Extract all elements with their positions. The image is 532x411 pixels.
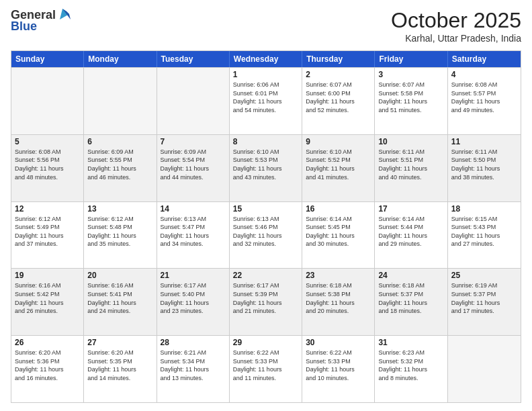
cell-info: Sunrise: 6:14 AMSunset: 5:44 PMDaylight:…	[378, 215, 443, 248]
day-number: 26	[15, 338, 80, 347]
cell-info: Sunrise: 6:16 AMSunset: 5:42 PMDaylight:…	[15, 281, 80, 315]
cell-info: Sunrise: 6:13 AMSunset: 5:47 PMDaylight:…	[161, 215, 226, 248]
page: General Blue October 2025 Karhal, Uttar …	[0, 0, 532, 411]
cell-info: Sunrise: 6:17 AMSunset: 5:39 PMDaylight:…	[233, 281, 298, 315]
header-day-saturday: Saturday	[448, 51, 521, 67]
day-number: 17	[378, 204, 443, 214]
week-row-0: 1Sunrise: 6:06 AMSunset: 6:01 PMDaylight…	[11, 67, 521, 134]
cell-info: Sunrise: 6:10 AMSunset: 5:52 PMDaylight:…	[306, 148, 371, 181]
cal-cell: 23Sunrise: 6:18 AMSunset: 5:38 PMDayligh…	[302, 269, 375, 335]
cal-cell: 17Sunrise: 6:14 AMSunset: 5:44 PMDayligh…	[375, 202, 447, 269]
logo-icon	[57, 7, 72, 22]
cell-info: Sunrise: 6:19 AMSunset: 5:37 PMDaylight:…	[451, 281, 517, 315]
header-day-sunday: Sunday	[11, 51, 84, 67]
cal-cell: 9Sunrise: 6:10 AMSunset: 5:52 PMDaylight…	[302, 135, 375, 201]
cal-cell	[11, 68, 84, 134]
day-number: 19	[15, 271, 80, 280]
cell-info: Sunrise: 6:22 AMSunset: 5:33 PMDaylight:…	[233, 349, 298, 382]
title-block: October 2025 Karhal, Uttar Pradesh, Indi…	[391, 8, 521, 44]
cell-info: Sunrise: 6:11 AMSunset: 5:51 PMDaylight:…	[378, 148, 443, 181]
cal-cell: 26Sunrise: 6:20 AMSunset: 5:36 PMDayligh…	[11, 336, 84, 402]
cal-cell: 31Sunrise: 6:23 AMSunset: 5:32 PMDayligh…	[375, 336, 447, 402]
day-number: 15	[233, 204, 298, 214]
cell-info: Sunrise: 6:15 AMSunset: 5:43 PMDaylight:…	[451, 215, 517, 248]
cal-cell: 19Sunrise: 6:16 AMSunset: 5:42 PMDayligh…	[11, 269, 84, 335]
cell-info: Sunrise: 6:13 AMSunset: 5:46 PMDaylight:…	[233, 215, 298, 248]
calendar-body: 1Sunrise: 6:06 AMSunset: 6:01 PMDaylight…	[11, 67, 521, 402]
day-number: 5	[15, 137, 80, 146]
cell-info: Sunrise: 6:07 AMSunset: 6:00 PMDaylight:…	[306, 81, 371, 114]
cell-info: Sunrise: 6:16 AMSunset: 5:41 PMDaylight:…	[87, 281, 152, 315]
cell-info: Sunrise: 6:08 AMSunset: 5:56 PMDaylight:…	[15, 148, 80, 181]
day-number: 27	[87, 338, 152, 347]
cell-info: Sunrise: 6:08 AMSunset: 5:57 PMDaylight:…	[451, 81, 517, 114]
month-title: October 2025	[391, 8, 521, 33]
cal-cell: 2Sunrise: 6:07 AMSunset: 6:00 PMDaylight…	[302, 68, 375, 134]
cell-info: Sunrise: 6:09 AMSunset: 5:54 PMDaylight:…	[161, 148, 226, 181]
day-number: 24	[378, 271, 443, 280]
cal-cell: 30Sunrise: 6:22 AMSunset: 5:33 PMDayligh…	[302, 336, 375, 402]
day-number: 6	[87, 137, 152, 146]
cell-info: Sunrise: 6:10 AMSunset: 5:53 PMDaylight:…	[233, 148, 298, 181]
day-number: 29	[233, 338, 298, 347]
cal-cell: 8Sunrise: 6:10 AMSunset: 5:53 PMDaylight…	[230, 135, 302, 201]
week-row-1: 5Sunrise: 6:08 AMSunset: 5:56 PMDaylight…	[11, 134, 521, 201]
cal-cell: 7Sunrise: 6:09 AMSunset: 5:54 PMDaylight…	[157, 135, 230, 201]
day-number: 11	[451, 137, 517, 146]
cal-cell: 1Sunrise: 6:06 AMSunset: 6:01 PMDaylight…	[230, 68, 302, 134]
cell-info: Sunrise: 6:06 AMSunset: 6:01 PMDaylight:…	[233, 81, 298, 114]
cal-cell: 15Sunrise: 6:13 AMSunset: 5:46 PMDayligh…	[230, 202, 302, 269]
day-number: 13	[87, 204, 152, 214]
cell-info: Sunrise: 6:12 AMSunset: 5:49 PMDaylight:…	[15, 215, 80, 248]
cal-cell: 11Sunrise: 6:11 AMSunset: 5:50 PMDayligh…	[448, 135, 521, 201]
cal-cell: 16Sunrise: 6:14 AMSunset: 5:45 PMDayligh…	[302, 202, 375, 269]
cal-cell: 28Sunrise: 6:21 AMSunset: 5:34 PMDayligh…	[157, 336, 230, 402]
day-number: 12	[15, 204, 80, 214]
day-number: 30	[306, 338, 371, 347]
cell-info: Sunrise: 6:12 AMSunset: 5:48 PMDaylight:…	[87, 215, 152, 248]
cell-info: Sunrise: 6:21 AMSunset: 5:34 PMDaylight:…	[161, 349, 226, 382]
header-day-thursday: Thursday	[302, 51, 375, 67]
day-number: 16	[306, 204, 371, 214]
calendar-header: SundayMondayTuesdayWednesdayThursdayFrid…	[11, 51, 521, 67]
location: Karhal, Uttar Pradesh, India	[391, 33, 521, 44]
cal-cell: 18Sunrise: 6:15 AMSunset: 5:43 PMDayligh…	[448, 202, 521, 269]
cell-info: Sunrise: 6:18 AMSunset: 5:38 PMDaylight:…	[306, 281, 371, 315]
day-number: 8	[233, 137, 298, 146]
cal-cell: 21Sunrise: 6:17 AMSunset: 5:40 PMDayligh…	[157, 269, 230, 335]
day-number: 4	[451, 70, 517, 79]
day-number: 20	[87, 271, 152, 280]
cell-info: Sunrise: 6:14 AMSunset: 5:45 PMDaylight:…	[306, 215, 371, 248]
cal-cell: 5Sunrise: 6:08 AMSunset: 5:56 PMDaylight…	[11, 135, 84, 201]
cal-cell: 14Sunrise: 6:13 AMSunset: 5:47 PMDayligh…	[157, 202, 230, 269]
day-number: 14	[161, 204, 226, 214]
day-number: 23	[306, 271, 371, 280]
cal-cell: 4Sunrise: 6:08 AMSunset: 5:57 PMDaylight…	[448, 68, 521, 134]
cell-info: Sunrise: 6:11 AMSunset: 5:50 PMDaylight:…	[451, 148, 517, 181]
cal-cell: 13Sunrise: 6:12 AMSunset: 5:48 PMDayligh…	[84, 202, 157, 269]
day-number: 31	[378, 338, 443, 347]
day-number: 10	[378, 137, 443, 146]
cal-cell	[157, 68, 230, 134]
header-day-wednesday: Wednesday	[230, 51, 302, 67]
cal-cell: 27Sunrise: 6:20 AMSunset: 5:35 PMDayligh…	[84, 336, 157, 402]
day-number: 1	[233, 70, 298, 79]
cal-cell: 10Sunrise: 6:11 AMSunset: 5:51 PMDayligh…	[375, 135, 447, 201]
cell-info: Sunrise: 6:18 AMSunset: 5:37 PMDaylight:…	[378, 281, 443, 315]
cal-cell	[84, 68, 157, 134]
cal-cell: 22Sunrise: 6:17 AMSunset: 5:39 PMDayligh…	[230, 269, 302, 335]
day-number: 3	[378, 70, 443, 79]
cell-info: Sunrise: 6:09 AMSunset: 5:55 PMDaylight:…	[87, 148, 152, 181]
header-day-monday: Monday	[84, 51, 157, 67]
day-number: 25	[451, 271, 517, 280]
day-number: 22	[233, 271, 298, 280]
cal-cell: 25Sunrise: 6:19 AMSunset: 5:37 PMDayligh…	[448, 269, 521, 335]
cell-info: Sunrise: 6:22 AMSunset: 5:33 PMDaylight:…	[306, 349, 371, 382]
week-row-4: 26Sunrise: 6:20 AMSunset: 5:36 PMDayligh…	[11, 335, 521, 402]
header-day-friday: Friday	[375, 51, 447, 67]
cal-cell	[448, 336, 521, 402]
header: General Blue October 2025 Karhal, Uttar …	[11, 8, 521, 44]
cal-cell: 12Sunrise: 6:12 AMSunset: 5:49 PMDayligh…	[11, 202, 84, 269]
day-number: 9	[306, 137, 371, 146]
week-row-3: 19Sunrise: 6:16 AMSunset: 5:42 PMDayligh…	[11, 268, 521, 335]
